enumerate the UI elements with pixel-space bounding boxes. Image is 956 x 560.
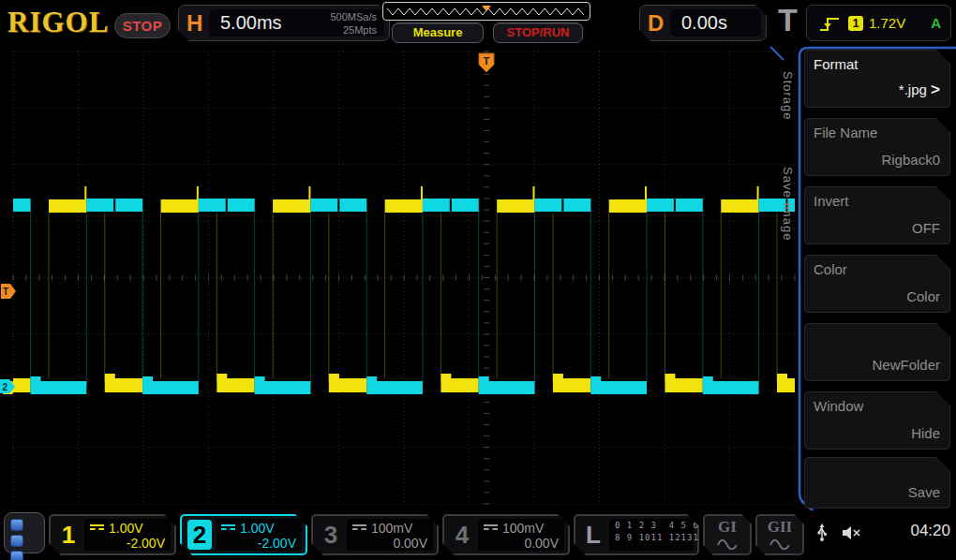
delay-panel: 0.00s <box>670 9 761 37</box>
menu-item-value: Color <box>906 288 940 304</box>
clock: 04:20 <box>910 522 950 540</box>
menu-item-value: Rigback0 <box>881 152 940 168</box>
channel-values: 100mV 0.00V <box>478 519 564 551</box>
logic-row-0-7: 0 1 2 3 4 5 6 7 <box>615 520 688 532</box>
svg-text:T: T <box>3 287 8 297</box>
rigol-logo: RIGOL <box>7 6 109 39</box>
trigger-source-badge: 1 <box>848 16 863 31</box>
menu-item-format[interactable]: Format *.jpg > <box>804 50 950 108</box>
trigger-box[interactable]: 1 1.72V A <box>806 5 951 41</box>
svg-text:T: T <box>484 55 490 66</box>
menu-item-value: Save <box>908 484 940 500</box>
stop-run-button[interactable]: STOP/RUN <box>493 22 583 43</box>
tab-save-image[interactable]: Save Image <box>776 167 795 241</box>
channel-scale: 100mV <box>502 521 544 536</box>
channel-offset: 0.00V <box>352 536 427 552</box>
menu-item-value: *.jpg > <box>899 81 940 99</box>
menu-item-invert[interactable]: Invert OFF <box>804 186 950 244</box>
top-bar: RIGOL STOP H 5.00ms 500MSa/s 25Mpts Meas… <box>0 0 956 45</box>
channel-number: 3 <box>319 520 343 550</box>
channel-2-box[interactable]: 2 1.00V -2.00V <box>180 514 307 555</box>
measure-button[interactable]: Measure <box>392 22 484 43</box>
acquisition-info: 500MSa/s 25Mpts <box>330 10 377 37</box>
run-state-badge: STOP <box>114 13 171 38</box>
sine-wave-icon <box>769 539 791 550</box>
menu-item-color[interactable]: Color Color <box>804 255 950 313</box>
channel-offset: -2.00V <box>221 536 296 552</box>
speaker-muted-icon <box>842 525 862 540</box>
timebase-panel: 5.00ms 500MSa/s 25Mpts <box>209 9 384 37</box>
logic-label: L <box>581 520 605 550</box>
rising-edge-icon <box>818 15 843 34</box>
menu-grid-icon[interactable] <box>4 512 45 553</box>
channel-number: 2 <box>187 520 212 550</box>
record-preview-strip[interactable] <box>382 2 590 21</box>
horizontal-timebase-box[interactable]: H 5.00ms 500MSa/s 25Mpts <box>178 5 390 41</box>
dc-coupling-icon <box>90 524 104 531</box>
menu-item-save[interactable]: Save <box>804 457 950 508</box>
channel-values: 1.00V -2.00V <box>216 519 302 551</box>
delay-label: D <box>648 10 664 37</box>
trigger-sweep-mode: A <box>931 15 941 31</box>
logic-row-8-15: 8 9 1011 12131415 <box>615 532 688 544</box>
delay-box[interactable]: D 0.00s <box>639 5 767 41</box>
logic-channel-list: 0 1 2 3 4 5 6 7 8 9 1011 12131415 <box>609 519 694 551</box>
memory-depth: 25Mpts <box>330 23 377 37</box>
menu-item-window[interactable]: Window Hide <box>804 391 950 449</box>
generator-1-box[interactable]: GI <box>703 514 752 555</box>
generator-label: GII <box>757 518 802 537</box>
channel-number: 1 <box>56 520 81 550</box>
menu-item-label: Window <box>814 398 863 414</box>
channel-number: 4 <box>450 520 474 550</box>
sample-rate: 500MSa/s <box>330 10 377 23</box>
channel-offset: 0.00V <box>484 536 559 552</box>
channel-values: 1.00V -2.00V <box>84 519 171 551</box>
sine-wave-icon <box>716 539 739 550</box>
generator-label: GI <box>705 518 750 537</box>
oscilloscope-screen: TT2 RIGOL STOP H 5.00ms 500MSa/s 25Mpts … <box>0 0 956 560</box>
tab-storage[interactable]: Storage <box>776 71 795 121</box>
trigger-level-value: 1.72V <box>869 15 905 31</box>
delay-value: 0.00s <box>681 12 727 34</box>
chevron-right-icon: > <box>931 81 940 98</box>
generator-2-box[interactable]: GII <box>755 514 804 555</box>
menu-item-value: Hide <box>911 425 940 441</box>
channel-1-box[interactable]: 1 1.00V -2.00V <box>49 514 176 555</box>
menu-item-new-folder[interactable]: NewFolder <box>804 323 950 381</box>
dc-coupling-icon <box>221 524 235 531</box>
menu-item-file-name[interactable]: File Name Rigback0 <box>804 118 950 176</box>
record-waveform-icon <box>383 3 590 20</box>
dc-coupling-icon <box>484 524 498 531</box>
channel-3-box[interactable]: 3 100mV 0.00V <box>311 514 439 555</box>
menu-item-label: File Name <box>814 125 877 140</box>
channel-scale: 1.00V <box>109 521 143 536</box>
menu-item-label: Invert <box>814 193 849 209</box>
channel-values: 100mV 0.00V <box>347 519 433 551</box>
menu-item-value: NewFolder <box>872 357 940 373</box>
bottom-bar: 1 1.00V -2.00V 2 1.00V -2.00V 3 100mV 0.… <box>0 510 956 560</box>
horizontal-label: H <box>187 10 202 37</box>
menu-item-value: OFF <box>912 220 940 236</box>
channel-offset: -2.00V <box>90 536 165 552</box>
usb-icon <box>815 523 829 542</box>
channel-scale: 1.00V <box>240 521 275 536</box>
channel-4-box[interactable]: 4 100mV 0.00V <box>442 514 570 555</box>
side-menu: Storage Save Image Format *.jpg > File N… <box>769 45 956 510</box>
trigger-label: T <box>778 2 798 38</box>
menu-item-label: Format <box>814 56 859 72</box>
dc-coupling-icon <box>352 524 366 531</box>
timebase-value: 5.00ms <box>220 12 282 34</box>
svg-text:2: 2 <box>3 382 8 392</box>
menu-item-label: Color <box>814 261 847 277</box>
logic-channels-box[interactable]: L 0 1 2 3 4 5 6 7 8 9 1011 12131415 <box>574 514 699 555</box>
channel-scale: 100mV <box>371 521 412 536</box>
status-icons <box>815 523 862 542</box>
